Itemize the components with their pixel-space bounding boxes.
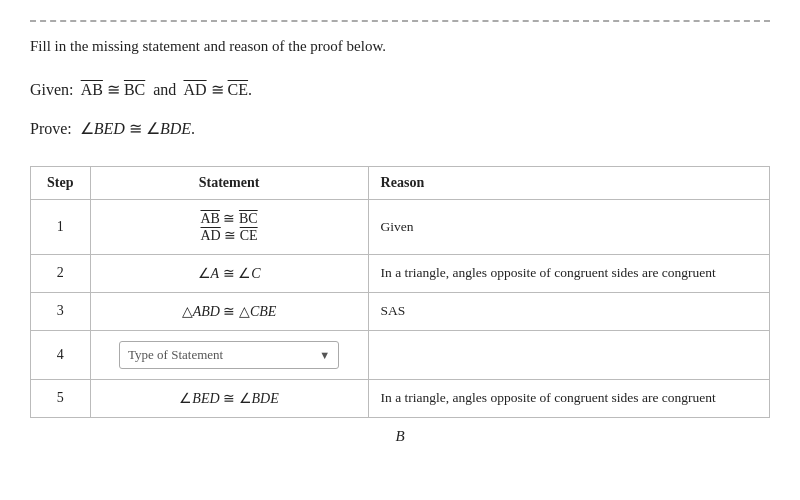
reason-cell-5: In a triangle, angles opposite of congru… (368, 379, 769, 417)
given-ab: AB (81, 81, 103, 98)
step-cell-1: 1 (31, 199, 91, 254)
given-ce: CE (228, 81, 248, 98)
stmt-cell-4[interactable]: Type of Statement ▼ (90, 330, 368, 379)
type-of-statement-dropdown[interactable]: Type of Statement ▼ (119, 341, 339, 369)
intro-text: Fill in the missing statement and reason… (30, 34, 770, 58)
stmt-cell-3: △ABD ≅ △CBE (90, 292, 368, 330)
prove-line: Prove: ∠BED ≅ ∠BDE. (30, 115, 770, 144)
reason-cell-3: SAS (368, 292, 769, 330)
stmt-cell-1: AB ≅ BC AD ≅ CE (90, 199, 368, 254)
prove-label: Prove: (30, 120, 72, 137)
prove-angle2: ∠BDE (146, 120, 191, 137)
table-row: 2 ∠A ≅ ∠C In a triangle, angles opposite… (31, 254, 770, 292)
step-cell-5: 5 (31, 379, 91, 417)
col-header-statement: Statement (90, 166, 368, 199)
given-bc: BC (124, 81, 145, 98)
col-header-step: Step (31, 166, 91, 199)
stmt-cell-2: ∠A ≅ ∠C (90, 254, 368, 292)
col-header-reason: Reason (368, 166, 769, 199)
reason-cell-2: In a triangle, angles opposite of congru… (368, 254, 769, 292)
step-cell-2: 2 (31, 254, 91, 292)
dropdown-label: Type of Statement (128, 347, 223, 363)
prove-angle1: ∠BED (80, 120, 125, 137)
proof-table: Step Statement Reason 1 AB ≅ BC AD ≅ CE … (30, 166, 770, 418)
step-cell-4: 4 (31, 330, 91, 379)
stmt-cell-5: ∠BED ≅ ∠BDE (90, 379, 368, 417)
step-cell-3: 3 (31, 292, 91, 330)
given-ad: AD (183, 81, 206, 98)
table-row: 3 △ABD ≅ △CBE SAS (31, 292, 770, 330)
given-label: Given: (30, 81, 74, 98)
bottom-label: B (30, 428, 770, 445)
reason-cell-1: Given (368, 199, 769, 254)
chevron-down-icon: ▼ (319, 349, 330, 361)
table-row: 5 ∠BED ≅ ∠BDE In a triangle, angles oppo… (31, 379, 770, 417)
table-row: 1 AB ≅ BC AD ≅ CE Given (31, 199, 770, 254)
reason-cell-4 (368, 330, 769, 379)
given-line: Given: AB ≅ BC and AD ≅ CE. (30, 76, 770, 105)
table-row: 4 Type of Statement ▼ (31, 330, 770, 379)
